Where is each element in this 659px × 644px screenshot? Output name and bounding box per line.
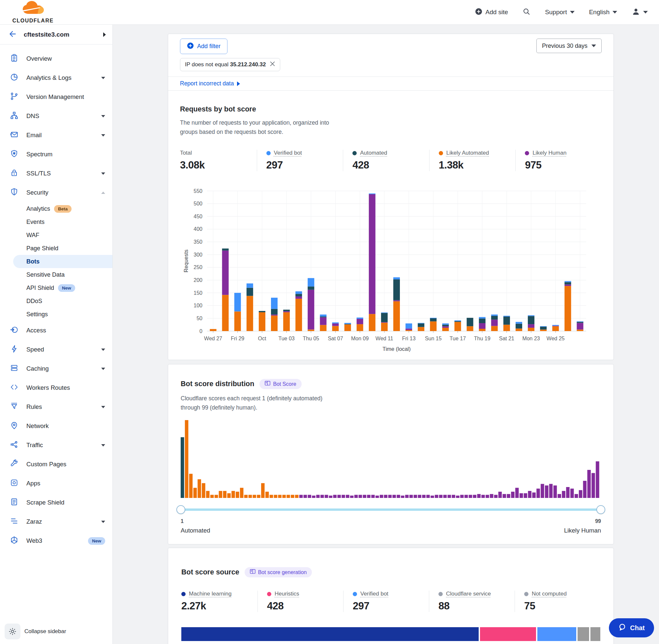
source-segment-not-computed[interactable] bbox=[590, 627, 600, 641]
search-button[interactable] bbox=[522, 7, 531, 17]
sidebar-item-label: Page Shield bbox=[26, 245, 58, 252]
sidebar-item-page-shield[interactable]: Page Shield bbox=[0, 242, 112, 255]
bot-score-source-bar[interactable] bbox=[181, 627, 600, 641]
sidebar-item-sensitive-data[interactable]: Sensitive Data bbox=[0, 268, 112, 281]
bot-score-badge[interactable]: Bot Score bbox=[259, 379, 301, 389]
sidebar-item-api-shield[interactable]: API ShieldNew bbox=[0, 281, 112, 295]
source-segment-cloudflare-service[interactable] bbox=[578, 627, 589, 641]
sidebar-item-workers-routes[interactable]: Workers Routes bbox=[0, 378, 112, 397]
source-segment-machine-learning[interactable] bbox=[181, 627, 479, 641]
stat-label[interactable]: Likely Automated bbox=[439, 150, 516, 156]
sidebar-item-bots[interactable]: Bots bbox=[13, 255, 112, 268]
svg-text:500: 500 bbox=[193, 201, 203, 206]
sidebar-item-events[interactable]: Events bbox=[0, 215, 112, 229]
sidebar-item-speed[interactable]: Speed bbox=[0, 340, 112, 359]
beta-badge: Beta bbox=[54, 205, 72, 213]
sidebar-item-traffic[interactable]: Traffic bbox=[0, 436, 112, 455]
support-menu[interactable]: Support bbox=[545, 8, 574, 16]
map-pin-icon bbox=[10, 421, 19, 431]
add-site-button[interactable]: Add site bbox=[475, 8, 508, 17]
sidebar-item-ssl-tls[interactable]: SSL/TLS bbox=[0, 164, 112, 183]
stat-label[interactable]: Machine learning bbox=[181, 591, 257, 597]
source-segment-heuristics[interactable] bbox=[480, 627, 536, 641]
sidebar-item-label: Workers Routes bbox=[26, 384, 105, 391]
sidebar-item-label: DNS bbox=[26, 112, 93, 120]
stat-label[interactable]: Automated bbox=[352, 150, 429, 156]
stat-value: 428 bbox=[267, 600, 343, 612]
source-segment-verified-bot[interactable] bbox=[537, 627, 576, 641]
sidebar-item-analytics[interactable]: AnalyticsBeta bbox=[0, 202, 112, 215]
language-menu[interactable]: English bbox=[589, 8, 617, 16]
sidebar-item-rules[interactable]: Rules bbox=[0, 397, 112, 416]
bot-score-distribution-chart[interactable] bbox=[181, 420, 600, 499]
account-menu[interactable] bbox=[632, 7, 648, 18]
cloudflare-logo[interactable]: CLOUDFLARE bbox=[13, 1, 53, 24]
slider-handle-max[interactable] bbox=[596, 505, 605, 514]
requests-description: The number of requests to your applicati… bbox=[180, 118, 364, 137]
sidebar-item-dns[interactable]: DNS bbox=[0, 107, 112, 125]
svg-text:Tue 03: Tue 03 bbox=[279, 336, 295, 341]
sidebar-item-label: Caching bbox=[26, 365, 93, 372]
arrow-right-icon bbox=[237, 82, 240, 86]
back-arrow-icon[interactable] bbox=[8, 30, 17, 40]
sidebar-item-apps[interactable]: Apps bbox=[0, 474, 112, 493]
sidebar-item-security[interactable]: Security bbox=[0, 183, 112, 202]
sidebar-item-access[interactable]: Access bbox=[0, 321, 112, 340]
gear-icon[interactable] bbox=[5, 624, 20, 639]
source-stats-row: Machine learning2.27kHeuristics428Verifi… bbox=[181, 591, 600, 612]
stat-label[interactable]: Heuristics bbox=[267, 591, 343, 597]
sidebar-item-caching[interactable]: Caching bbox=[0, 359, 112, 378]
distribution-description: Cloudflare scores each request 1 (defini… bbox=[181, 394, 365, 412]
requests-title: Requests by bot score bbox=[180, 105, 602, 113]
svg-text:350: 350 bbox=[193, 239, 203, 245]
date-range-dropdown[interactable]: Previous 30 days bbox=[536, 39, 602, 53]
site-header[interactable]: cftestsite3.com bbox=[0, 25, 112, 45]
stat-label[interactable]: Verified bot bbox=[353, 591, 429, 597]
chevron-down-icon bbox=[613, 11, 617, 14]
chevron-right-icon[interactable] bbox=[103, 32, 106, 37]
stat-label[interactable]: Likely Human bbox=[525, 150, 602, 156]
sidebar-item-zaraz[interactable]: Zaraz bbox=[0, 512, 112, 531]
filter-chip[interactable]: IP does not equal 35.212.240.32 bbox=[180, 58, 280, 71]
stat-label[interactable]: Not computed bbox=[524, 591, 600, 597]
slider-handle-min[interactable] bbox=[176, 505, 185, 514]
sidebar-item-email[interactable]: Email bbox=[0, 125, 112, 145]
sidebar-item-version-management[interactable]: Version Management bbox=[0, 87, 112, 107]
collapse-sidebar-button[interactable]: Collapse sidebar bbox=[5, 624, 66, 639]
sidebar-item-overview[interactable]: Overview bbox=[0, 49, 112, 68]
sidebar-item-analytics-logs[interactable]: Analytics & Logs bbox=[0, 68, 112, 87]
svg-text:Sat 21: Sat 21 bbox=[499, 336, 514, 341]
sidebar-item-label: Scrape Shield bbox=[26, 499, 105, 506]
stat-label[interactable]: Verified bot bbox=[266, 150, 343, 156]
slider-max-label: 99 bbox=[595, 519, 601, 524]
new-badge: New bbox=[88, 537, 105, 545]
sidebar-item-network[interactable]: Network bbox=[0, 416, 112, 436]
requests-stats-row: Total3.08kVerified bot297Automated428Lik… bbox=[180, 150, 602, 171]
chevron-down-icon bbox=[101, 521, 105, 523]
sidebar-item-waf[interactable]: WAF bbox=[0, 229, 112, 242]
sidebar-item-scrape-shield[interactable]: Scrape Shield bbox=[0, 493, 112, 512]
report-incorrect-data-link[interactable]: Report incorrect data bbox=[180, 80, 234, 87]
sidebar-item-ddos[interactable]: DDoS bbox=[0, 295, 112, 308]
chat-button[interactable]: Chat bbox=[609, 618, 654, 638]
svg-text:Time (local): Time (local) bbox=[382, 346, 411, 352]
source-title: Bot score source bbox=[181, 568, 239, 576]
svg-text:400: 400 bbox=[193, 226, 203, 232]
cloudflare-cloud-icon bbox=[19, 1, 47, 18]
requests-card: Add filter IP does not equal 35.212.240.… bbox=[168, 33, 614, 360]
slider-track[interactable] bbox=[181, 508, 601, 511]
chat-bubble-icon bbox=[618, 623, 626, 633]
bot-score-generation-badge[interactable]: Bot score generation bbox=[244, 567, 312, 577]
close-icon[interactable] bbox=[270, 61, 275, 68]
sidebar-item-web3[interactable]: Web3New bbox=[0, 531, 112, 550]
stat-label[interactable]: Cloudflare service bbox=[439, 591, 515, 597]
score-range-slider[interactable] bbox=[181, 505, 601, 514]
sidebar-item-custom-pages[interactable]: Custom Pages bbox=[0, 455, 112, 474]
stat-label[interactable]: Total bbox=[180, 150, 257, 156]
add-filter-button[interactable]: Add filter bbox=[180, 39, 228, 54]
requests-by-bot-score-chart[interactable]: 050100150200250300350400450500550Wed 27F… bbox=[180, 187, 602, 352]
svg-text:Sat 07: Sat 07 bbox=[328, 336, 343, 341]
sidebar-item-settings[interactable]: Settings bbox=[0, 308, 112, 321]
sidebar-item-spectrum[interactable]: Spectrum bbox=[0, 145, 112, 164]
svg-text:150: 150 bbox=[193, 290, 203, 296]
